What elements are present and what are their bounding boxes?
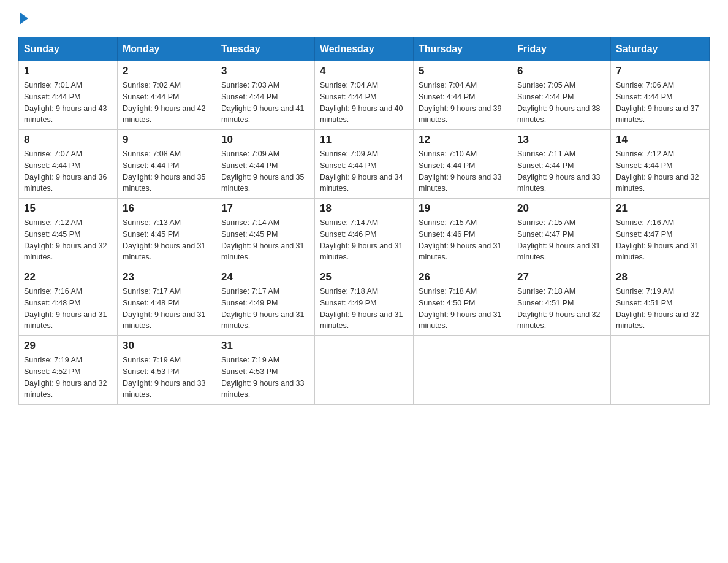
day-number: 27	[517, 271, 605, 283]
day-info: Sunrise: 7:14 AMSunset: 4:45 PMDaylight:…	[221, 217, 309, 263]
calendar-cell: 18Sunrise: 7:14 AMSunset: 4:46 PMDayligh…	[315, 199, 414, 267]
day-info: Sunrise: 7:19 AMSunset: 4:52 PMDaylight:…	[24, 354, 112, 400]
day-info: Sunrise: 7:19 AMSunset: 4:51 PMDaylight:…	[616, 286, 704, 332]
calendar-cell: 9Sunrise: 7:08 AMSunset: 4:44 PMDaylight…	[118, 130, 216, 199]
logo-arrow-icon	[20, 12, 28, 25]
calendar-cell: 24Sunrise: 7:17 AMSunset: 4:49 PMDayligh…	[216, 267, 315, 336]
day-number: 20	[517, 202, 605, 215]
day-number: 6	[517, 65, 605, 77]
day-info: Sunrise: 7:06 AMSunset: 4:44 PMDaylight:…	[616, 80, 704, 126]
day-info: Sunrise: 7:08 AMSunset: 4:44 PMDaylight:…	[123, 148, 211, 194]
calendar-cell: 6Sunrise: 7:05 AMSunset: 4:44 PMDaylight…	[512, 61, 611, 130]
calendar-cell	[611, 336, 710, 405]
day-info: Sunrise: 7:10 AMSunset: 4:44 PMDaylight:…	[419, 148, 507, 194]
day-info: Sunrise: 7:18 AMSunset: 4:49 PMDaylight:…	[320, 286, 408, 332]
day-number: 25	[320, 271, 408, 283]
page-header	[18, 12, 710, 25]
calendar-cell	[315, 336, 414, 405]
day-info: Sunrise: 7:18 AMSunset: 4:51 PMDaylight:…	[517, 286, 605, 332]
calendar-cell: 23Sunrise: 7:17 AMSunset: 4:48 PMDayligh…	[118, 267, 216, 336]
day-number: 22	[24, 271, 112, 283]
day-info: Sunrise: 7:02 AMSunset: 4:44 PMDaylight:…	[123, 80, 211, 126]
day-info: Sunrise: 7:04 AMSunset: 4:44 PMDaylight:…	[320, 80, 408, 126]
calendar-cell: 15Sunrise: 7:12 AMSunset: 4:45 PMDayligh…	[19, 199, 118, 267]
calendar-cell: 17Sunrise: 7:14 AMSunset: 4:45 PMDayligh…	[216, 199, 315, 267]
calendar-cell: 19Sunrise: 7:15 AMSunset: 4:46 PMDayligh…	[414, 199, 512, 267]
calendar-week-row: 15Sunrise: 7:12 AMSunset: 4:45 PMDayligh…	[19, 199, 710, 267]
day-number: 1	[24, 65, 112, 77]
calendar-cell: 11Sunrise: 7:09 AMSunset: 4:44 PMDayligh…	[315, 130, 414, 199]
calendar-cell: 5Sunrise: 7:04 AMSunset: 4:44 PMDaylight…	[414, 61, 512, 130]
calendar-cell: 31Sunrise: 7:19 AMSunset: 4:53 PMDayligh…	[216, 336, 315, 405]
day-number: 3	[221, 65, 309, 77]
day-info: Sunrise: 7:16 AMSunset: 4:47 PMDaylight:…	[616, 217, 704, 263]
calendar-cell: 16Sunrise: 7:13 AMSunset: 4:45 PMDayligh…	[118, 199, 216, 267]
calendar-cell: 20Sunrise: 7:15 AMSunset: 4:47 PMDayligh…	[512, 199, 611, 267]
day-number: 9	[123, 134, 211, 146]
day-info: Sunrise: 7:09 AMSunset: 4:44 PMDaylight:…	[320, 148, 408, 194]
day-number: 14	[616, 134, 704, 146]
day-number: 31	[221, 340, 309, 352]
day-info: Sunrise: 7:13 AMSunset: 4:45 PMDaylight:…	[123, 217, 211, 263]
day-number: 13	[517, 134, 605, 146]
day-info: Sunrise: 7:17 AMSunset: 4:48 PMDaylight:…	[123, 286, 211, 332]
calendar-cell	[512, 336, 611, 405]
calendar-week-row: 22Sunrise: 7:16 AMSunset: 4:48 PMDayligh…	[19, 267, 710, 336]
calendar-cell: 1Sunrise: 7:01 AMSunset: 4:44 PMDaylight…	[19, 61, 118, 130]
calendar-cell: 30Sunrise: 7:19 AMSunset: 4:53 PMDayligh…	[118, 336, 216, 405]
calendar-cell: 12Sunrise: 7:10 AMSunset: 4:44 PMDayligh…	[414, 130, 512, 199]
day-info: Sunrise: 7:05 AMSunset: 4:44 PMDaylight:…	[517, 80, 605, 126]
day-number: 18	[320, 202, 408, 215]
day-number: 11	[320, 134, 408, 146]
calendar-cell: 7Sunrise: 7:06 AMSunset: 4:44 PMDaylight…	[611, 61, 710, 130]
day-number: 2	[123, 65, 211, 77]
calendar-header-row: SundayMondayTuesdayWednesdayThursdayFrid…	[19, 37, 710, 61]
day-number: 29	[24, 340, 112, 352]
day-info: Sunrise: 7:12 AMSunset: 4:45 PMDaylight:…	[24, 217, 112, 263]
day-info: Sunrise: 7:17 AMSunset: 4:49 PMDaylight:…	[221, 286, 309, 332]
day-number: 15	[24, 202, 112, 215]
day-info: Sunrise: 7:15 AMSunset: 4:47 PMDaylight:…	[517, 217, 605, 263]
calendar-cell: 13Sunrise: 7:11 AMSunset: 4:44 PMDayligh…	[512, 130, 611, 199]
day-number: 7	[616, 65, 704, 77]
day-number: 10	[221, 134, 309, 146]
day-of-week-header: Thursday	[414, 37, 512, 61]
day-info: Sunrise: 7:14 AMSunset: 4:46 PMDaylight:…	[320, 217, 408, 263]
calendar-week-row: 8Sunrise: 7:07 AMSunset: 4:44 PMDaylight…	[19, 130, 710, 199]
day-of-week-header: Tuesday	[216, 37, 315, 61]
day-number: 17	[221, 202, 309, 215]
day-info: Sunrise: 7:03 AMSunset: 4:44 PMDaylight:…	[221, 80, 309, 126]
day-info: Sunrise: 7:09 AMSunset: 4:44 PMDaylight:…	[221, 148, 309, 194]
day-info: Sunrise: 7:18 AMSunset: 4:50 PMDaylight:…	[419, 286, 507, 332]
day-number: 23	[123, 271, 211, 283]
calendar-week-row: 1Sunrise: 7:01 AMSunset: 4:44 PMDaylight…	[19, 61, 710, 130]
day-number: 19	[419, 202, 507, 215]
calendar-cell: 27Sunrise: 7:18 AMSunset: 4:51 PMDayligh…	[512, 267, 611, 336]
day-info: Sunrise: 7:19 AMSunset: 4:53 PMDaylight:…	[221, 354, 309, 400]
day-number: 28	[616, 271, 704, 283]
day-info: Sunrise: 7:04 AMSunset: 4:44 PMDaylight:…	[419, 80, 507, 126]
day-info: Sunrise: 7:15 AMSunset: 4:46 PMDaylight:…	[419, 217, 507, 263]
day-info: Sunrise: 7:19 AMSunset: 4:53 PMDaylight:…	[123, 354, 211, 400]
day-of-week-header: Wednesday	[315, 37, 414, 61]
logo	[18, 12, 29, 25]
calendar-cell: 25Sunrise: 7:18 AMSunset: 4:49 PMDayligh…	[315, 267, 414, 336]
day-number: 26	[419, 271, 507, 283]
day-info: Sunrise: 7:07 AMSunset: 4:44 PMDaylight:…	[24, 148, 112, 194]
calendar-cell: 3Sunrise: 7:03 AMSunset: 4:44 PMDaylight…	[216, 61, 315, 130]
day-of-week-header: Saturday	[611, 37, 710, 61]
calendar-cell: 4Sunrise: 7:04 AMSunset: 4:44 PMDaylight…	[315, 61, 414, 130]
calendar-cell: 29Sunrise: 7:19 AMSunset: 4:52 PMDayligh…	[19, 336, 118, 405]
day-number: 4	[320, 65, 408, 77]
calendar-cell: 2Sunrise: 7:02 AMSunset: 4:44 PMDaylight…	[118, 61, 216, 130]
calendar-cell: 26Sunrise: 7:18 AMSunset: 4:50 PMDayligh…	[414, 267, 512, 336]
calendar-cell: 21Sunrise: 7:16 AMSunset: 4:47 PMDayligh…	[611, 199, 710, 267]
calendar-table: SundayMondayTuesdayWednesdayThursdayFrid…	[18, 37, 710, 405]
day-info: Sunrise: 7:12 AMSunset: 4:44 PMDaylight:…	[616, 148, 704, 194]
day-of-week-header: Sunday	[19, 37, 118, 61]
day-number: 16	[123, 202, 211, 215]
day-info: Sunrise: 7:16 AMSunset: 4:48 PMDaylight:…	[24, 286, 112, 332]
calendar-week-row: 29Sunrise: 7:19 AMSunset: 4:52 PMDayligh…	[19, 336, 710, 405]
day-number: 30	[123, 340, 211, 352]
day-number: 24	[221, 271, 309, 283]
